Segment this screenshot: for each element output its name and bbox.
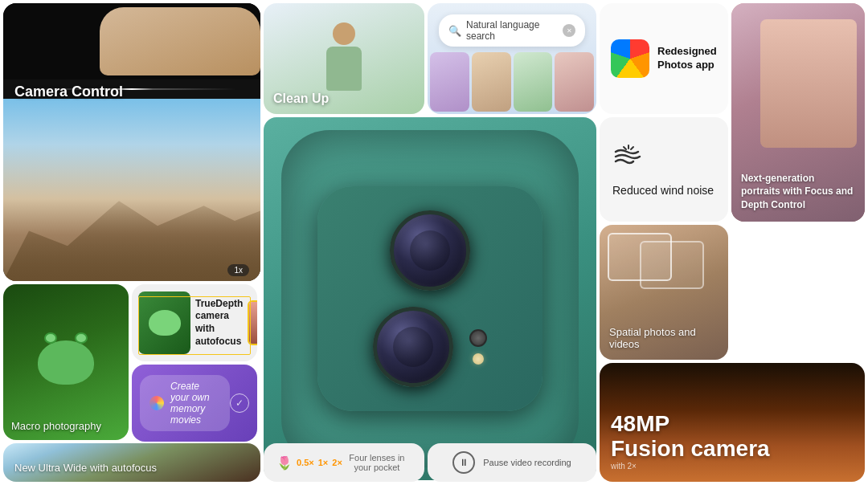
portraits-tile: Next-generation portraits with Focus and… bbox=[731, 3, 865, 222]
camera-module bbox=[317, 186, 542, 411]
camera-control-tile: 1x Camera Control bbox=[3, 3, 260, 281]
frog-eye-right bbox=[75, 332, 88, 344]
small-lens bbox=[469, 329, 487, 347]
memory-text: Create your own memory movies bbox=[170, 381, 220, 426]
spatial-label: Spatial photos and videos bbox=[609, 326, 728, 350]
main-lens-top bbox=[390, 210, 470, 291]
macro-image: Macro photography bbox=[3, 284, 129, 440]
memory-check-button[interactable]: ✓ bbox=[230, 393, 249, 413]
search-photos-row bbox=[428, 50, 596, 114]
main-container: 1x Camera Control Macro photography True… bbox=[0, 0, 868, 485]
small-cameras bbox=[469, 329, 487, 365]
lenses-tile: 🌷 0.5× 1× 2× Four lenses in your pocket bbox=[264, 443, 424, 482]
cleanup-content: Clean Up bbox=[264, 3, 424, 114]
pause-icon: ⏸ bbox=[459, 457, 469, 468]
main-lens-row bbox=[390, 210, 470, 291]
flash-light bbox=[473, 353, 484, 365]
person-head bbox=[333, 22, 355, 45]
spatial-frame-right bbox=[640, 241, 704, 289]
search-clear-button[interactable]: ✕ bbox=[563, 24, 575, 37]
memory-tile: Create your own memory movies ✓ bbox=[132, 365, 257, 442]
camera-control-finger-area bbox=[3, 3, 260, 79]
photos-tile: Redesigned Photos app bbox=[600, 3, 728, 114]
photos-icon bbox=[611, 39, 649, 78]
truedepth-tile: TrueDepth camera with autofocus bbox=[132, 284, 257, 361]
person-body bbox=[326, 47, 362, 91]
person-silhouette bbox=[320, 22, 368, 95]
search-background: 🔍 Natural language search ✕ bbox=[428, 3, 596, 114]
ultrawide-tile: New Ultra Wide with autofocus bbox=[3, 443, 260, 482]
main-lens-bottom bbox=[373, 307, 453, 387]
cleanup-label: Clean Up bbox=[273, 92, 329, 106]
frog-body bbox=[38, 340, 94, 385]
pause-content: ⏸ Pause video recording bbox=[428, 443, 596, 482]
main-phone-tile bbox=[264, 117, 596, 480]
photos-title: Redesigned Photos app bbox=[657, 45, 717, 72]
memory-orb-icon bbox=[149, 396, 164, 410]
ultrawide-content: New Ultra Wide with autofocus bbox=[3, 443, 260, 482]
48mp-title: 48MPFusion camera bbox=[611, 412, 854, 462]
48mp-content: 48MPFusion camera with 2× bbox=[600, 363, 865, 482]
search-photo-3 bbox=[514, 52, 553, 112]
flower-icon: 🌷 bbox=[276, 455, 293, 471]
zoom-label: 1x bbox=[227, 264, 249, 276]
zoom-05x: 0.5× bbox=[297, 458, 314, 467]
search-text: Natural language search bbox=[466, 19, 558, 42]
pause-label: Pause video recording bbox=[483, 458, 571, 467]
spatial-tile: Spatial photos and videos bbox=[600, 225, 728, 360]
pause-tile: ⏸ Pause video recording bbox=[428, 443, 596, 482]
frog-eye-left bbox=[44, 332, 57, 344]
memory-input-box[interactable]: Create your own memory movies bbox=[140, 375, 230, 431]
wind-icon bbox=[612, 142, 715, 177]
pause-button[interactable]: ⏸ bbox=[452, 451, 475, 474]
cleanup-tile: Clean Up bbox=[264, 3, 424, 114]
search-photo-2 bbox=[472, 52, 511, 112]
macro-label: Macro photography bbox=[11, 420, 101, 432]
phone-preview bbox=[248, 300, 257, 345]
zoom-2x: 2× bbox=[332, 458, 342, 467]
search-tile: 🔍 Natural language search ✕ bbox=[428, 3, 596, 114]
lenses-content: 🌷 0.5× 1× 2× Four lenses in your pocket bbox=[264, 443, 424, 482]
search-photo-4 bbox=[555, 52, 594, 112]
finger-image bbox=[100, 7, 260, 75]
search-photo-1 bbox=[430, 52, 469, 112]
portraits-label: Next-generation portraits with Focus and… bbox=[741, 172, 855, 212]
frog-wrapper bbox=[38, 340, 94, 385]
wind-tile: Reduced wind noise bbox=[600, 117, 728, 222]
svg-line-1 bbox=[631, 147, 633, 149]
lenses-label: Four lenses in your pocket bbox=[342, 453, 411, 472]
second-lens-row bbox=[373, 307, 487, 387]
svg-line-2 bbox=[624, 147, 626, 149]
mountain-silhouette bbox=[3, 181, 260, 281]
search-bar[interactable]: 🔍 Natural language search ✕ bbox=[439, 14, 585, 47]
slider-track bbox=[27, 88, 236, 90]
search-icon: 🔍 bbox=[448, 25, 461, 37]
phone-screen bbox=[249, 302, 257, 344]
48mp-tile: 48MPFusion camera with 2× bbox=[600, 363, 865, 482]
lens-zoom-icons: 🌷 0.5× 1× 2× bbox=[276, 455, 342, 471]
wind-label: Reduced wind noise bbox=[612, 184, 715, 197]
detection-box bbox=[248, 300, 251, 345]
48mp-subtitle: with 2× bbox=[611, 462, 854, 471]
camera-control-content: 1x bbox=[3, 3, 260, 281]
macro-tile: Macro photography bbox=[3, 284, 129, 440]
portraits-content: Next-generation portraits with Focus and… bbox=[731, 3, 865, 222]
phone-camera-wrap bbox=[281, 130, 579, 467]
spatial-content: Spatial photos and videos bbox=[600, 225, 728, 360]
zoom-1x: 1× bbox=[318, 458, 329, 467]
portrait-person bbox=[760, 19, 857, 148]
ultrawide-label: New Ultra Wide with autofocus bbox=[14, 462, 157, 474]
camera-landscape-photo: 1x bbox=[3, 99, 260, 281]
camera-control-slider[interactable] bbox=[3, 79, 260, 99]
